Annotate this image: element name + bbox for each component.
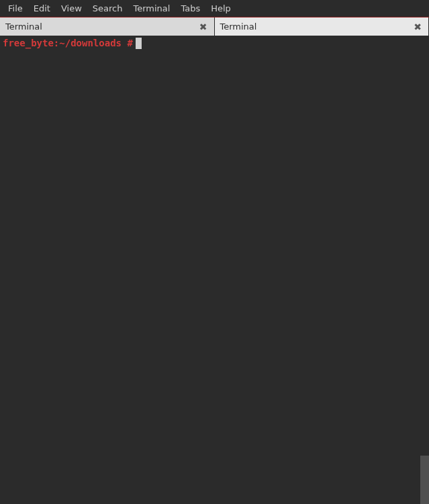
prompt-line: free_byte:~/downloads #: [3, 37, 426, 49]
tab-label: Terminal: [5, 22, 198, 32]
terminal-output[interactable]: free_byte:~/downloads #: [0, 36, 429, 504]
menu-edit[interactable]: Edit: [28, 1, 56, 16]
menu-help[interactable]: Help: [205, 1, 236, 16]
menu-tabs[interactable]: Tabs: [175, 1, 205, 16]
tabbar: Terminal ✖ Terminal ✖: [0, 17, 429, 36]
close-icon[interactable]: ✖: [198, 22, 209, 32]
close-icon[interactable]: ✖: [412, 22, 423, 32]
menu-terminal[interactable]: Terminal: [128, 1, 175, 16]
tab-terminal-1[interactable]: Terminal ✖: [0, 17, 215, 36]
cursor: [136, 38, 142, 49]
tab-terminal-2[interactable]: Terminal ✖: [215, 17, 430, 36]
scrollbar[interactable]: [420, 456, 429, 504]
menu-search[interactable]: Search: [87, 1, 128, 16]
shell-prompt: free_byte:~/downloads #: [3, 37, 133, 49]
menu-file[interactable]: File: [3, 1, 28, 16]
menubar: File Edit View Search Terminal Tabs Help: [0, 0, 429, 17]
menu-view[interactable]: View: [56, 1, 87, 16]
tab-label: Terminal: [220, 22, 413, 32]
